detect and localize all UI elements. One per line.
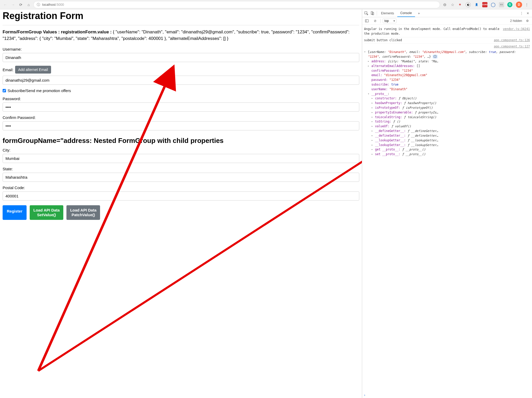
svg-rect-5 xyxy=(365,20,368,22)
console-settings-icon[interactable]: ⚙ xyxy=(524,18,530,24)
url-host: localhost xyxy=(42,3,55,7)
proto-propertyisenumerable[interactable]: propertyIsEnumerable: ƒ propertyIs… xyxy=(372,110,530,115)
profile-avatar[interactable]: D xyxy=(516,2,522,8)
tab-elements[interactable]: Elements xyxy=(378,10,397,17)
svg-line-1 xyxy=(38,149,362,371)
proto-isprototypeof[interactable]: isPrototypeOf: ƒ isPrototypeOf() xyxy=(372,106,530,110)
add-alternate-email-button[interactable]: Add alternet Email xyxy=(15,66,51,74)
postal-label: Postal Code: xyxy=(3,185,359,190)
proto-tolocalestring[interactable]: toLocaleString: ƒ toLocaleString() xyxy=(372,115,530,120)
forward-button[interactable]: → xyxy=(10,2,16,8)
obj-preview: {userName: "Dinanath", email: "dinanaths… xyxy=(368,50,516,58)
confirm-password-input[interactable] xyxy=(3,121,359,130)
subscribe-checkbox[interactable] xyxy=(3,89,6,92)
proto-lookupgetter[interactable]: __lookupGetter__: ƒ __lookupGetter… xyxy=(372,138,530,143)
ext-es-icon[interactable]: ES xyxy=(499,2,504,7)
proto-set-proto[interactable]: set __proto__: ƒ __proto__() xyxy=(372,152,530,157)
ext-cors-icon[interactable]: CORS xyxy=(482,2,487,7)
prop-proto[interactable]: __proto__: constructor: ƒ Object() hasOw… xyxy=(368,92,530,157)
prop-confirm-password: confirmPassword: "1234" xyxy=(368,69,530,73)
proto-hasownproperty[interactable]: hasOwnProperty: ƒ hasOwnProperty() xyxy=(372,101,530,106)
home-button[interactable]: ⌂ xyxy=(26,2,32,8)
devtools-toolbar: ⊘ top 2 hidden ⚙ xyxy=(362,17,532,25)
zoom-out-icon[interactable]: ⊖ xyxy=(442,2,448,8)
msg-angular: Angular is running in the development mo… xyxy=(364,27,500,36)
console-sidebar-icon[interactable] xyxy=(364,18,370,24)
browser-toolbar: ← → ⟳ ⌂ ⓘ localhost:5000 ⊖ ☆ ⚛ ◐ 👤 CORS … xyxy=(0,0,532,9)
password-label: Password: xyxy=(3,97,359,101)
city-label: City: xyxy=(3,148,359,152)
subscribe-label: Subscribe/Send me promotion offers xyxy=(8,88,71,93)
form-values-dump: Forms/FormGroup Values : registrationFor… xyxy=(3,29,359,42)
devtools-close-icon[interactable]: ✕ xyxy=(525,10,531,16)
divider xyxy=(3,25,359,25)
load-set-line1: Load API Data xyxy=(33,208,60,213)
context-select[interactable]: top xyxy=(383,19,397,23)
load-patch-line1: Load API Data xyxy=(70,208,96,213)
state-input[interactable] xyxy=(3,173,359,182)
extensions: ⚛ ◐ 👤 CORS ◯ ES G xyxy=(457,2,512,7)
menu-button[interactable]: ⋮ xyxy=(524,2,530,8)
state-label: State: xyxy=(3,167,359,171)
reload-button[interactable]: ⟳ xyxy=(18,2,24,8)
proto-definegetter[interactable]: __defineGetter__: ƒ __defineGetter… xyxy=(372,129,530,134)
devtools-tabs: Elements Console » ⋮ ✕ xyxy=(362,9,532,17)
info-icon: ⓘ xyxy=(37,2,40,7)
load-patchvalue-button[interactable]: Load API Data PatchValue() xyxy=(66,205,100,220)
password-input[interactable] xyxy=(3,102,359,112)
city-input[interactable] xyxy=(3,154,359,163)
nested-heading: formGroupName="address: Nested FormGroup… xyxy=(3,137,359,145)
proto-lookupsetter[interactable]: __lookupSetter__: ƒ __lookupSetter… xyxy=(372,143,530,148)
username-input[interactable] xyxy=(3,53,359,62)
postal-input[interactable] xyxy=(3,191,359,201)
ext-circle-icon[interactable]: ◐ xyxy=(466,2,471,7)
prop-alternate-emails[interactable]: alternateEmailAddresses: [] xyxy=(368,64,530,69)
prop-address[interactable]: address: {city: "Mumbai", state: "Ma… xyxy=(368,59,530,64)
email-label: Email: xyxy=(3,68,14,72)
page-title: Registration Form xyxy=(3,10,359,21)
address-bar[interactable]: ⓘ localhost:5000 xyxy=(33,1,440,8)
ext-avatar-icon[interactable]: 👤 xyxy=(474,2,479,7)
confirm-password-label: Confirm Password: xyxy=(3,115,359,120)
devtools-panel: Elements Console » ⋮ ✕ ⊘ top 2 hidden ⚙ xyxy=(362,9,532,398)
console-clear-icon[interactable]: ⊘ xyxy=(372,18,378,24)
console-object-tree[interactable]: {userName: "Dinanath", email: "dinanaths… xyxy=(364,50,530,157)
url-port: :5000 xyxy=(55,3,64,7)
proto-valueof[interactable]: valueOf: ƒ valueOf() xyxy=(372,124,530,129)
prop-email: email: "dinanathsj29@gmail.com" xyxy=(368,73,530,78)
src-vendor[interactable]: vendor.js:34241 xyxy=(503,27,530,36)
page-content: Registration Form Forms/FormGroup Values… xyxy=(0,9,362,398)
ext-opera-icon[interactable]: ◯ xyxy=(491,2,496,7)
bookmark-star-icon[interactable]: ☆ xyxy=(449,2,456,8)
prop-password: password: "1234" xyxy=(368,78,530,82)
tab-console[interactable]: Console xyxy=(397,10,415,17)
email-input[interactable] xyxy=(3,76,359,85)
load-patch-line2: PatchValue() xyxy=(72,213,95,217)
obj-root[interactable]: {userName: "Dinanath", email: "dinanaths… xyxy=(364,50,530,157)
button-row: Register Load API Data SetValue() Load A… xyxy=(3,205,359,220)
back-button[interactable]: ← xyxy=(2,2,8,8)
ext-redux-icon[interactable]: ⚛ xyxy=(457,2,462,7)
device-toolbar-icon[interactable] xyxy=(369,10,376,16)
proto-tostring[interactable]: toString: ƒ () xyxy=(372,119,530,124)
src-component-127[interactable]: app.component.ts:127 xyxy=(494,44,530,49)
svg-rect-3 xyxy=(371,11,373,14)
username-label: Username: xyxy=(3,47,359,51)
load-set-line2: SetValue() xyxy=(37,213,56,217)
proto-constructor[interactable]: constructor: ƒ Object() xyxy=(372,96,530,101)
console-output: Angular is running in the development mo… xyxy=(362,25,532,392)
devtools-menu-icon[interactable]: ⋮ xyxy=(518,10,525,16)
src-component-126[interactable]: app.component.ts:126 xyxy=(494,38,530,43)
prop-subscribe: subscribe: true xyxy=(368,82,530,87)
inspect-element-icon[interactable] xyxy=(363,10,369,16)
console-prompt[interactable]: › xyxy=(362,392,532,398)
proto-get-proto[interactable]: get __proto__: ƒ __proto__() xyxy=(372,147,530,152)
proto-definesetter[interactable]: __defineSetter__: ƒ __defineSetter… xyxy=(372,134,530,138)
ext-grammarly-icon[interactable]: G xyxy=(507,2,512,7)
load-setvalue-button[interactable]: Load API Data SetValue() xyxy=(30,205,63,220)
hidden-count: 2 hidden xyxy=(510,19,522,23)
prop-username: userName: "Dinanath" xyxy=(368,87,530,92)
msg-submit: submit button clicked xyxy=(364,38,402,43)
tab-more[interactable]: » xyxy=(415,10,423,17)
register-button[interactable]: Register xyxy=(3,205,27,220)
